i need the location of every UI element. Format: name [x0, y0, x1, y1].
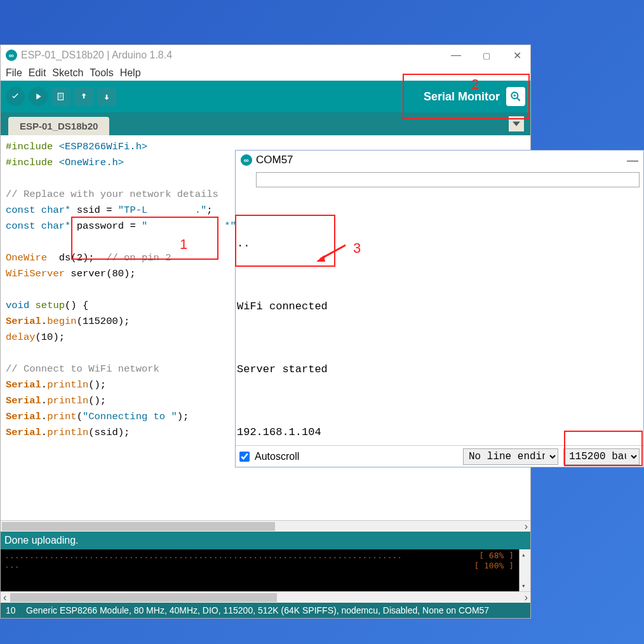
menubar: File Edit Sketch Tools Help [1, 65, 530, 81]
serial-monitor-window: ∞ COM57 — .. WiFi connected Server start… [235, 150, 644, 467]
autoscroll-label: Autoscroll [255, 451, 299, 462]
arduino-logo-icon: ∞ [6, 50, 17, 61]
status-strip: Done uploading. [1, 532, 530, 549]
board-info-strip: 10 Generic ESP8266 Module, 80 MHz, 40MHz… [1, 603, 530, 618]
console-horizontal-scrollbar[interactable]: ‹ › [1, 591, 530, 603]
serial-monitor-label: Serial Monitor [424, 90, 502, 104]
menu-sketch[interactable]: Sketch [50, 67, 86, 79]
tab-menu-button[interactable] [509, 116, 524, 131]
titlebar: ∞ ESP-01_DS18b20 | Arduino 1.8.4 [1, 45, 530, 65]
serial-line: 192.168.1.104 [237, 422, 641, 443]
baud-rate-select[interactable]: 115200 baud [563, 448, 640, 465]
serial-title: COM57 [256, 154, 293, 166]
scroll-left-icon[interactable]: ‹ [1, 592, 9, 603]
scroll-up-icon[interactable]: ▴ [521, 551, 526, 559]
serial-monitor-button[interactable] [506, 87, 525, 106]
scroll-right-icon[interactable]: › [525, 592, 528, 603]
menu-file[interactable]: File [3, 67, 25, 79]
editor-horizontal-scrollbar[interactable]: › [1, 520, 530, 532]
scroll-down-icon[interactable]: ▾ [521, 582, 526, 590]
console-vertical-scrollbar[interactable]: ▴ ▾ [519, 549, 530, 591]
serial-footer: Autoscroll No line ending 115200 baud [236, 445, 643, 467]
menu-tools[interactable]: Tools [87, 67, 116, 79]
scroll-right-icon[interactable]: › [522, 521, 530, 532]
serial-minimize-button[interactable]: — [627, 154, 638, 167]
window-title: ESP-01_DS18b20 | Arduino 1.8.4 [21, 50, 448, 61]
maximize-button[interactable] [478, 47, 495, 64]
tab-sketch[interactable]: ESP-01_DS18b20 [8, 117, 109, 135]
serial-line: WiFi connected [237, 296, 641, 317]
annotation-label-3: 3 [353, 240, 361, 257]
serial-titlebar: ∞ COM57 — [236, 151, 643, 170]
verify-button[interactable] [6, 87, 25, 106]
annotation-label-2: 2 [471, 76, 479, 93]
annotation-label-1: 1 [180, 236, 187, 253]
svg-line-5 [518, 98, 520, 101]
tab-bar: ESP-01_DS18b20 [1, 112, 530, 135]
arduino-logo-icon: ∞ [241, 154, 252, 166]
board-info: Generic ESP8266 Module, 80 MHz, 40MHz, D… [26, 605, 525, 615]
serial-output[interactable]: .. WiFi connected Server started 192.168… [236, 190, 643, 445]
output-console[interactable]: ........................................… [1, 549, 530, 591]
autoscroll-checkbox[interactable] [239, 452, 250, 462]
save-sketch-button[interactable] [97, 87, 116, 106]
open-sketch-button[interactable] [74, 87, 93, 106]
svg-rect-0 [58, 93, 63, 100]
menu-edit[interactable]: Edit [26, 67, 49, 79]
minimize-button[interactable] [448, 47, 464, 64]
scroll-thumb[interactable] [2, 522, 275, 531]
serial-line: Server started [237, 359, 641, 380]
toolbar: Serial Monitor [1, 81, 530, 112]
scroll-thumb[interactable] [10, 593, 277, 602]
line-number: 10 [6, 605, 26, 615]
svg-point-6 [514, 95, 516, 97]
line-ending-select[interactable]: No line ending [463, 448, 558, 465]
status-text: Done uploading. [4, 535, 79, 546]
serial-send-input[interactable] [256, 172, 640, 187]
window-controls [448, 47, 525, 64]
new-sketch-button[interactable] [51, 87, 70, 106]
serial-line: .. [237, 233, 641, 254]
close-button[interactable] [509, 47, 525, 64]
upload-button[interactable] [29, 87, 48, 106]
menu-help[interactable]: Help [117, 67, 144, 79]
